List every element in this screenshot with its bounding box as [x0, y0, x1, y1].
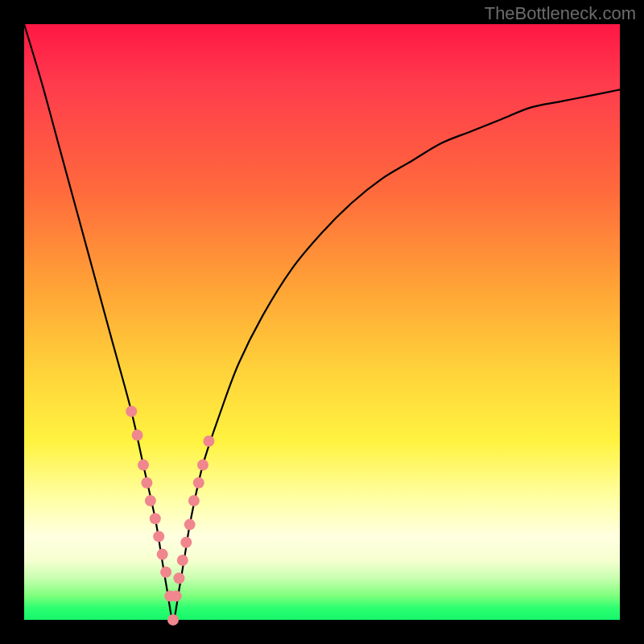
chart-frame: TheBottleneck.com: [0, 0, 644, 644]
highlight-point: [173, 572, 184, 584]
watermark-text: TheBottleneck.com: [485, 3, 636, 24]
highlight-point: [171, 590, 182, 601]
highlight-point: [188, 495, 200, 506]
bottleneck-curve: [24, 24, 620, 620]
highlight-point: [180, 537, 192, 548]
highlight-markers: [126, 406, 214, 625]
highlight-point: [160, 567, 171, 578]
highlight-point: [167, 614, 179, 625]
highlight-point: [203, 436, 214, 447]
highlight-point: [197, 460, 208, 471]
highlight-point: [126, 406, 137, 417]
highlight-point: [193, 477, 204, 489]
highlight-point: [157, 549, 168, 560]
highlight-point: [150, 513, 161, 524]
highlight-point: [138, 460, 149, 471]
highlight-point: [132, 430, 143, 441]
plot-area: [24, 24, 620, 620]
highlight-point: [177, 555, 188, 566]
highlight-point: [141, 477, 152, 489]
highlight-point: [184, 519, 196, 530]
curve-layer: [24, 24, 620, 620]
highlight-point: [145, 495, 156, 506]
highlight-point: [153, 530, 164, 542]
